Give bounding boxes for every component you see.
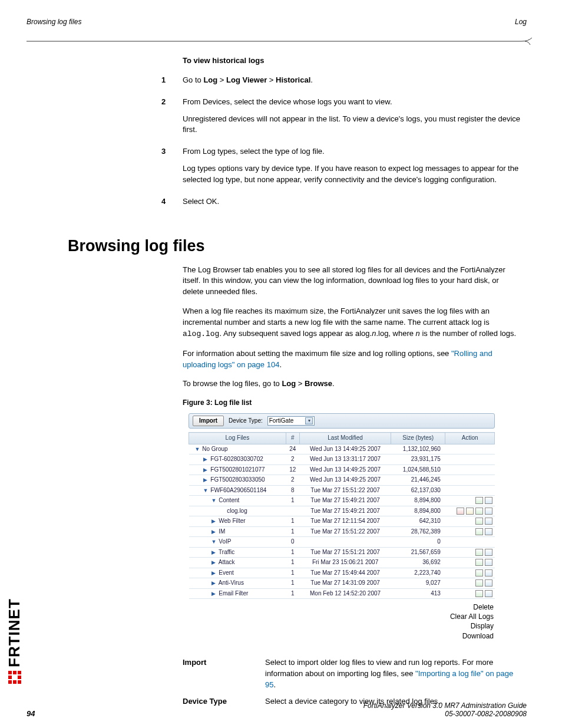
display-icon[interactable] (475, 528, 483, 535)
caret-right-icon[interactable]: ▶ (211, 569, 217, 577)
row-date: Tue Mar 27 15:51:22 2007 (299, 526, 391, 537)
row-name: FWF60A2906501184 (209, 487, 267, 493)
caret-right-icon[interactable]: ▶ (203, 456, 209, 463)
step-paragraph: From Devices, select the device whose lo… (183, 97, 521, 108)
display-icon[interactable] (475, 549, 483, 556)
column-header[interactable]: Log Files (189, 433, 286, 444)
row-name: Traffic (217, 549, 235, 555)
step-number: 3 (159, 146, 183, 192)
procedure-steps: 1Go to Log > Log Viewer > Historical.2Fr… (159, 75, 521, 213)
download-icon[interactable] (485, 590, 492, 597)
table-row[interactable]: ▶ Event1Tue Mar 27 15:49:44 20072,223,74… (189, 568, 495, 578)
row-actions (445, 588, 495, 599)
table-row[interactable]: ▶ FGT-6028030307022Wed Jun 13 13:31:17 2… (189, 454, 495, 465)
display-icon[interactable] (475, 559, 483, 566)
column-header[interactable]: Last Modified (299, 433, 391, 444)
row-name: Web Filter (217, 518, 246, 524)
caret-down-icon[interactable]: ▼ (203, 487, 209, 495)
caret-down-icon[interactable]: ▼ (211, 497, 217, 505)
import-button[interactable]: Import (193, 416, 224, 427)
download-icon[interactable] (485, 559, 492, 566)
section-body: The Log Browser tab enables you to see a… (183, 265, 521, 390)
table-row[interactable]: ▶ IM1Tue Mar 27 15:51:22 200728,762,389 (189, 526, 495, 537)
row-size: 21,446,245 (391, 475, 445, 486)
row-size: 642,310 (391, 516, 445, 527)
step-body: Go to Log > Log Viewer > Historical. (183, 75, 521, 92)
column-header[interactable]: # (286, 433, 299, 444)
display-icon[interactable] (475, 518, 483, 525)
table-row[interactable]: ▶ FGT50028030330502Wed Jun 13 14:49:25 2… (189, 475, 495, 486)
download-icon[interactable] (485, 549, 492, 556)
caret-right-icon[interactable]: ▶ (211, 549, 217, 556)
download-icon[interactable] (485, 528, 492, 535)
column-header[interactable]: Action (445, 433, 495, 444)
step-row: 1Go to Log > Log Viewer > Historical. (159, 75, 521, 92)
column-header[interactable]: Size (bytes) (391, 433, 445, 444)
fortinet-logo: FRTINET (5, 598, 24, 684)
row-count (286, 506, 299, 516)
download-icon[interactable] (485, 508, 492, 515)
table-row[interactable]: ▶ Attack1Fri Mar 23 15:06:21 200736,692 (189, 558, 495, 568)
body-paragraph: To browse the log files, go to Log > Bro… (183, 378, 521, 390)
caret-down-icon[interactable]: ▼ (195, 446, 201, 453)
step-number: 1 (159, 75, 183, 92)
clear-icon[interactable] (466, 508, 474, 515)
step-paragraph: Go to Log > Log Viewer > Historical. (183, 75, 521, 86)
row-actions (445, 506, 495, 516)
definition-body: Select to import older log files to view… (265, 657, 521, 691)
figure-caption: Figure 3: Log file list (183, 398, 521, 408)
download-icon[interactable] (485, 579, 492, 587)
row-actions (445, 526, 495, 537)
row-name: FGT-602803030702 (209, 456, 263, 462)
table-row[interactable]: ▶ Email Filter1Mon Feb 12 14:52:20 20074… (189, 588, 495, 599)
callout-label: Clear All Logs (189, 612, 494, 621)
download-icon[interactable] (485, 569, 492, 577)
table-row[interactable]: ▶ Web Filter1Tue Mar 27 12:11:54 2007642… (189, 516, 495, 527)
caret-right-icon[interactable]: ▶ (211, 590, 217, 598)
device-type-select[interactable]: FortiGate ▾ (267, 416, 315, 426)
display-icon[interactable] (475, 590, 483, 597)
table-row[interactable]: ▶ Anti-Virus1Tue Mar 27 14:31:09 20079,0… (189, 578, 495, 589)
delete-icon[interactable] (457, 508, 464, 515)
step-paragraph: Unregistered devices will not appear in … (183, 114, 521, 136)
definition-row: ImportSelect to import older log files t… (183, 657, 521, 691)
row-name: VoIP (217, 538, 232, 545)
caret-right-icon[interactable]: ▶ (211, 559, 217, 566)
row-size: 8,894,800 (391, 506, 445, 516)
caret-right-icon[interactable]: ▶ (211, 579, 217, 587)
caret-right-icon[interactable]: ▶ (203, 476, 209, 484)
row-date: Wed Jun 13 14:49:25 2007 (299, 444, 391, 454)
screenshot-toolbar: Import Device Type: FortiGate ▾ (189, 413, 495, 429)
row-size: 28,762,389 (391, 526, 445, 537)
table-row[interactable]: ▼ Content1Tue Mar 27 15:49:21 20078,894,… (189, 496, 495, 506)
table-row[interactable]: ▶ Traffic1Tue Mar 27 15:51:21 200721,567… (189, 547, 495, 558)
row-date: Tue Mar 27 15:51:22 2007 (299, 485, 391, 496)
row-count: 1 (286, 588, 299, 599)
caret-right-icon[interactable]: ▶ (203, 466, 209, 474)
caret-right-icon[interactable]: ▶ (211, 528, 217, 536)
running-header: Browsing log files Log (27, 18, 527, 28)
row-name: IM (217, 528, 226, 535)
row-size: 413 (391, 588, 445, 599)
table-row[interactable]: ▼ FWF60A29065011848Tue Mar 27 15:51:22 2… (189, 485, 495, 496)
download-icon[interactable] (485, 518, 492, 525)
table-row[interactable]: ▼ No Group24Wed Jun 13 14:49:25 20071,13… (189, 444, 495, 454)
step-row: 4Select OK. (159, 196, 521, 213)
table-row[interactable]: ▼ VoIP00 (189, 537, 495, 548)
display-icon[interactable] (475, 508, 483, 515)
row-name: No Group (201, 446, 228, 452)
display-icon[interactable] (475, 579, 483, 587)
row-count: 0 (286, 537, 299, 548)
row-count: 1 (286, 568, 299, 578)
table-row[interactable]: ▶ FGT500280102107712Wed Jun 13 14:49:25 … (189, 465, 495, 475)
row-count: 2 (286, 475, 299, 486)
download-icon[interactable] (485, 497, 492, 504)
caret-down-icon[interactable]: ▼ (211, 538, 217, 546)
table-row[interactable]: clog.logTue Mar 27 15:49:21 20078,894,80… (189, 506, 495, 516)
row-size: 9,027 (391, 578, 445, 589)
display-icon[interactable] (475, 497, 483, 504)
row-count: 1 (286, 516, 299, 527)
display-icon[interactable] (475, 569, 483, 577)
callout-label: Display (189, 621, 494, 631)
caret-right-icon[interactable]: ▶ (211, 518, 217, 525)
